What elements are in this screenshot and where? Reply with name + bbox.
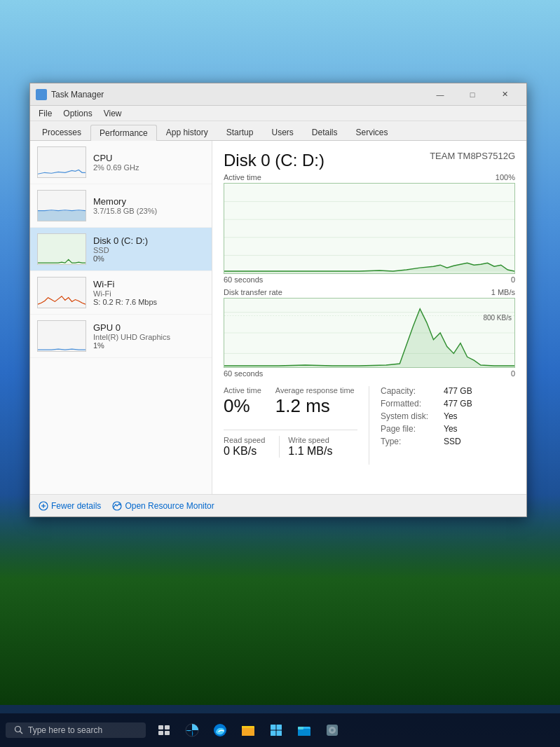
chart1-bottom-labels: 60 seconds 0 — [224, 275, 515, 284]
active-time-chart — [224, 183, 515, 274]
close-button[interactable]: ✕ — [489, 83, 521, 106]
wifi-sub1: Wi-Fi — [93, 289, 205, 298]
svg-rect-35 — [271, 725, 276, 730]
response-time-label: Average response time — [275, 386, 355, 395]
system-disk-value: Yes — [444, 411, 458, 421]
transfer-rate-chart: 800 KB/s — [224, 298, 515, 368]
stats-right: Capacity: 477 GB Formatted: 477 GB Syste… — [369, 386, 515, 465]
edge-svg — [212, 722, 228, 738]
taskview-icon[interactable] — [151, 718, 177, 743]
menu-file[interactable]: File — [33, 107, 57, 120]
gpu-info: GPU 0 Intel(R) UHD Graphics 1% — [93, 322, 205, 350]
files-icon[interactable] — [292, 718, 317, 743]
windows-svg — [270, 724, 282, 736]
sidebar-item-disk[interactable]: Disk 0 (C: D:) SSD 0% — [30, 228, 212, 271]
tab-details[interactable]: Details — [303, 124, 347, 140]
panel-title: Disk 0 (C: D:) — [224, 151, 325, 170]
cpu-thumbnail — [37, 146, 86, 178]
panel-brand: TEAM TM8PS7512G — [430, 151, 515, 161]
menu-view[interactable]: View — [98, 107, 128, 120]
tab-processes[interactable]: Processes — [33, 124, 90, 140]
wifi-thumbnail — [37, 277, 86, 308]
resource-monitor-icon — [112, 501, 122, 511]
svg-rect-2 — [37, 95, 41, 99]
svg-rect-38 — [277, 731, 282, 736]
svg-rect-37 — [271, 731, 276, 736]
gpu-thumbnail — [37, 320, 86, 352]
capacity-value: 477 GB — [444, 386, 472, 396]
taskbar-icons — [151, 718, 345, 743]
svg-rect-9 — [38, 321, 86, 351]
chart1-labels: Active time 100% — [224, 173, 515, 181]
minimize-button[interactable]: — — [424, 83, 456, 106]
stats-grid: Active time 0% Average response time 1.2… — [224, 386, 515, 465]
open-resource-monitor-link[interactable]: Open Resource Monitor — [112, 501, 214, 511]
info-capacity: Capacity: 477 GB — [381, 386, 515, 396]
svg-point-24 — [15, 727, 21, 732]
svg-rect-36 — [277, 725, 282, 730]
app-icon-extra[interactable] — [320, 718, 345, 743]
formatted-label: Formatted: — [381, 399, 444, 409]
page-file-label: Page file: — [381, 424, 444, 434]
widgets-svg — [184, 722, 200, 738]
page-file-value: Yes — [444, 424, 458, 434]
chart2-labels: Disk transfer rate 1 MB/s — [224, 288, 515, 296]
tab-startup[interactable]: Startup — [217, 124, 263, 140]
memory-thumbnail — [37, 190, 86, 221]
maximize-button[interactable]: □ — [456, 83, 489, 106]
fewer-details-icon — [39, 501, 48, 511]
tab-services[interactable]: Services — [347, 124, 397, 140]
tab-users[interactable]: Users — [262, 124, 302, 140]
sidebar-item-memory[interactable]: Memory 3.7/15.8 GB (23%) — [30, 184, 212, 228]
sidebar-item-wifi[interactable]: Wi-Fi Wi-Fi S: 0.2 R: 7.6 Mbps — [30, 271, 212, 315]
chart2-time-label: 60 seconds — [224, 369, 263, 378]
memory-info: Memory 3.7/15.8 GB (23%) — [93, 196, 205, 215]
titlebar: Task Manager — □ ✕ — [30, 83, 526, 106]
wifi-info: Wi-Fi Wi-Fi S: 0.2 R: 7.6 Mbps — [93, 279, 205, 306]
memory-name: Memory — [93, 196, 205, 207]
widgets-icon[interactable] — [179, 718, 205, 743]
chart2-bottom-label: 0 — [511, 369, 515, 378]
tab-performance[interactable]: Performance — [90, 125, 157, 141]
svg-marker-14 — [224, 263, 514, 273]
stat-pair-speed: Read speed 0 KB/s Write speed 1.1 MB/s — [224, 430, 357, 465]
edge-icon[interactable] — [207, 718, 233, 743]
svg-rect-7 — [38, 234, 86, 264]
wifi-sub2: S: 0.2 R: 7.6 Mbps — [93, 298, 205, 306]
svg-rect-1 — [42, 90, 46, 94]
wifi-name: Wi-Fi — [93, 279, 205, 289]
panel-header: Disk 0 (C: D:) TEAM TM8PS7512G — [224, 151, 515, 170]
disk-sub1: SSD — [93, 246, 205, 254]
svg-rect-26 — [158, 725, 163, 729]
info-formatted: Formatted: 477 GB — [381, 399, 515, 409]
taskbar: Type here to search — [0, 713, 560, 747]
info-page-file: Page file: Yes — [381, 424, 515, 434]
transfer-rate-chart-container: Disk transfer rate 1 MB/s — [224, 288, 515, 378]
bottom-bar: Fewer details Open Resource Monitor — [30, 494, 526, 516]
search-placeholder: Type here to search — [28, 725, 102, 735]
start-menu-icon[interactable] — [264, 718, 289, 743]
svg-line-25 — [20, 732, 23, 734]
active-time-value: 0% — [224, 395, 261, 417]
search-icon — [14, 725, 24, 735]
disk-info: Disk 0 (C: D:) SSD 0% — [93, 235, 205, 263]
sidebar-item-cpu[interactable]: CPU 2% 0.69 GHz — [30, 141, 212, 184]
sidebar-item-gpu[interactable]: GPU 0 Intel(R) UHD Graphics 1% — [30, 315, 212, 358]
memory-sub: 3.7/15.8 GB (23%) — [93, 207, 205, 215]
menu-options[interactable]: Options — [57, 107, 97, 120]
cpu-name: CPU — [93, 153, 205, 163]
svg-rect-41 — [298, 727, 303, 729]
gpu-sub2: 1% — [93, 341, 205, 350]
svg-rect-34 — [242, 728, 254, 736]
file-explorer-icon[interactable] — [235, 718, 261, 743]
fewer-details-link[interactable]: Fewer details — [39, 501, 101, 511]
write-speed-value: 1.1 MB/s — [288, 445, 332, 458]
read-speed-value: 0 KB/s — [224, 445, 265, 458]
chart1-bottom-label: 0 — [511, 275, 515, 284]
response-time-value: 1.2 ms — [275, 395, 355, 417]
taskbar-search[interactable]: Type here to search — [6, 722, 146, 738]
info-type: Type: SSD — [381, 437, 515, 446]
tab-app-history[interactable]: App history — [157, 124, 217, 140]
gpu-sub1: Intel(R) UHD Graphics — [93, 333, 205, 341]
stat-response-time: Average response time 1.2 ms — [275, 386, 355, 417]
